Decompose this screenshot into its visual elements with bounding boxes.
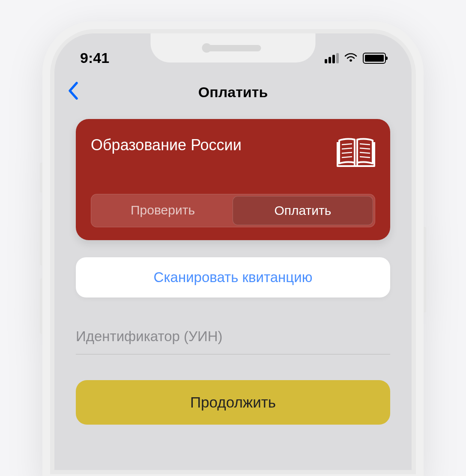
notch-speaker bbox=[205, 45, 261, 51]
segment-check[interactable]: Проверить bbox=[93, 196, 233, 225]
svg-line-3 bbox=[342, 148, 352, 149]
battery-icon bbox=[363, 53, 386, 64]
page-title: Оплатить bbox=[198, 84, 268, 101]
svg-line-4 bbox=[342, 152, 352, 153]
phone-frame: 9:41 bbox=[42, 21, 424, 476]
identifier-input[interactable] bbox=[76, 323, 390, 354]
continue-button-label: Продолжить bbox=[190, 394, 276, 411]
phone-notch bbox=[151, 33, 316, 62]
svg-line-6 bbox=[360, 144, 370, 145]
svg-line-9 bbox=[360, 157, 370, 158]
svg-line-8 bbox=[360, 152, 370, 153]
screen: 9:41 bbox=[54, 33, 412, 470]
svg-line-2 bbox=[342, 144, 352, 145]
wifi-icon bbox=[344, 53, 358, 63]
service-card: Образование России bbox=[76, 119, 390, 240]
scan-receipt-button[interactable]: Сканировать квитанцию bbox=[76, 257, 390, 298]
svg-line-5 bbox=[342, 157, 352, 158]
continue-button[interactable]: Продолжить bbox=[76, 380, 390, 425]
svg-line-7 bbox=[360, 148, 370, 149]
book-icon bbox=[337, 136, 375, 168]
nav-bar: Оплатить bbox=[54, 74, 412, 110]
card-title: Образование России bbox=[91, 136, 242, 154]
content: Образование России bbox=[54, 110, 412, 433]
segment-pay[interactable]: Оплатить bbox=[233, 196, 373, 225]
cellular-signal-icon bbox=[325, 53, 339, 63]
status-icons bbox=[325, 53, 386, 64]
notch-camera bbox=[202, 43, 212, 53]
status-time: 9:41 bbox=[80, 50, 109, 66]
back-button[interactable] bbox=[67, 81, 78, 104]
phone-side-button bbox=[424, 227, 426, 312]
segmented-control: Проверить Оплатить bbox=[91, 194, 375, 227]
scan-button-label: Сканировать квитанцию bbox=[154, 269, 313, 285]
